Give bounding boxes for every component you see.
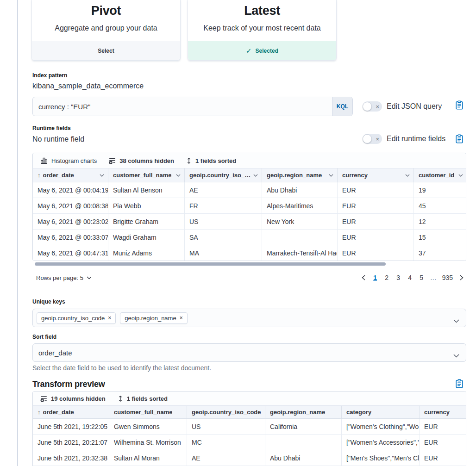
- column-header[interactable]: ↑order_date: [33, 168, 108, 182]
- table-cell[interactable]: 45: [414, 198, 466, 213]
- table-cell[interactable]: 15: [414, 230, 466, 245]
- transform-preview-title: Transform preview: [32, 379, 105, 389]
- table-cell[interactable]: US: [185, 214, 262, 229]
- column-header[interactable]: geoip.region_name: [265, 406, 342, 418]
- table-cell[interactable]: EUR: [338, 198, 414, 213]
- columns-hidden-button[interactable]: 19 columns hidden: [40, 395, 106, 402]
- unique-keys-combobox[interactable]: geoip.country_iso_code×geoip.region_name…: [32, 309, 466, 327]
- table-cell[interactable]: EUR: [420, 435, 466, 450]
- page-button-935[interactable]: 935: [441, 273, 454, 282]
- table-cell[interactable]: AE: [185, 182, 262, 198]
- sort-field-value: order_date: [37, 349, 72, 357]
- table-cell[interactable]: Alpes-Maritimes: [262, 198, 338, 213]
- table-cell[interactable]: US: [187, 419, 265, 434]
- previous-page-icon[interactable]: [359, 274, 368, 281]
- table-cell[interactable]: EUR: [338, 214, 414, 229]
- table-cell[interactable]: EUR: [420, 450, 466, 466]
- pivot-select-button[interactable]: Select: [32, 41, 180, 60]
- table-cell[interactable]: 19: [414, 182, 466, 198]
- remove-chip-icon[interactable]: ×: [180, 315, 183, 321]
- column-menu-icon: [458, 174, 463, 177]
- columns-hidden-button[interactable]: 38 columns hidden: [109, 157, 174, 164]
- table-cell[interactable]: June 5th 2021, 20:21:07: [33, 435, 109, 450]
- table-cell[interactable]: June 5th 2021, 19:22:05: [33, 419, 109, 434]
- table-cell[interactable]: [262, 230, 338, 245]
- table-cell[interactable]: MC: [187, 435, 265, 450]
- table-cell[interactable]: May 6, 2021 @ 00:23:02...: [33, 214, 108, 229]
- copy-icon[interactable]: [455, 134, 464, 143]
- next-page-icon[interactable]: [457, 274, 466, 281]
- table-cell[interactable]: 37: [414, 245, 466, 261]
- histogram-charts-button[interactable]: Histogram charts: [40, 157, 97, 164]
- unique-key-chip[interactable]: geoip.region_name×: [120, 312, 187, 324]
- table-cell[interactable]: ["Men's Shoes","Men's Cl...: [342, 450, 420, 466]
- table-cell[interactable]: New York: [262, 214, 338, 229]
- column-header[interactable]: customer_full_name: [109, 406, 187, 418]
- column-header[interactable]: geoip.region_name: [262, 168, 338, 182]
- table-cell[interactable]: Gwen Simmons: [109, 419, 187, 434]
- column-header[interactable]: category: [342, 406, 420, 418]
- query-input[interactable]: currency : "EUR" KQL: [32, 97, 353, 116]
- table-cell[interactable]: ["Women's Accessories","...: [342, 435, 420, 450]
- fields-sorted-button[interactable]: 1 fields sorted: [186, 157, 236, 164]
- table-cell[interactable]: [265, 435, 342, 450]
- table-cell[interactable]: SA: [185, 230, 262, 245]
- horizontal-scrollbar[interactable]: [35, 262, 386, 266]
- page-button-4[interactable]: 4: [406, 273, 414, 282]
- grid-header-row: ↑order_datecustomer_full_namegeoip.count…: [33, 406, 466, 419]
- table-cell[interactable]: Marrakech-Tensift-Al Hao...: [262, 245, 338, 261]
- page-button-2[interactable]: 2: [382, 273, 391, 282]
- column-header[interactable]: geoip.country_iso_code: [187, 406, 265, 418]
- table-cell[interactable]: Wilhemina St. Morrison: [109, 435, 187, 450]
- table-cell[interactable]: MA: [185, 245, 262, 261]
- table-cell[interactable]: AE: [187, 450, 265, 466]
- table-cell[interactable]: May 6, 2021 @ 00:08:38...: [33, 198, 108, 213]
- sort-field-combobox[interactable]: order_date: [32, 343, 466, 362]
- grid-toolbar: Histogram charts 38 columns hidden 1 fie…: [33, 153, 466, 168]
- column-header[interactable]: currency: [420, 406, 466, 418]
- table-cell[interactable]: May 6, 2021 @ 00:04:19...: [33, 182, 108, 198]
- grid-body: June 5th 2021, 19:22:05Gwen SimmonsUSCal…: [33, 419, 466, 466]
- table-cell[interactable]: California: [265, 419, 342, 434]
- column-header[interactable]: customer_id: [414, 168, 466, 182]
- grid-toolbar: 19 columns hidden 1 fields sorted: [33, 391, 466, 406]
- table-cell[interactable]: EUR: [420, 419, 466, 434]
- chevron-down-icon[interactable]: [453, 351, 459, 360]
- table-cell[interactable]: Sultan Al Benson: [108, 182, 185, 198]
- table-cell[interactable]: EUR: [338, 182, 414, 198]
- unique-key-chip[interactable]: geoip.country_iso_code×: [37, 312, 116, 324]
- kql-language-button[interactable]: KQL: [332, 97, 352, 116]
- table-cell[interactable]: Sultan Al Moran: [109, 450, 187, 466]
- table-cell[interactable]: EUR: [338, 245, 414, 261]
- latest-selected-button[interactable]: ✓ Selected: [188, 41, 336, 60]
- column-header[interactable]: customer_full_name: [108, 168, 185, 182]
- rows-per-page-button[interactable]: Rows per page: 5: [32, 274, 92, 281]
- table-row: May 6, 2021 @ 00:23:02...Brigitte Graham…: [33, 214, 466, 230]
- table-cell[interactable]: May 6, 2021 @ 00:33:07...: [33, 230, 108, 245]
- table-cell[interactable]: Wagdi Graham: [108, 230, 185, 245]
- table-cell[interactable]: EUR: [338, 230, 414, 245]
- copy-icon[interactable]: [455, 100, 464, 110]
- table-cell[interactable]: Abu Dhabi: [262, 182, 338, 198]
- table-cell[interactable]: Pia Webb: [108, 198, 185, 213]
- table-cell[interactable]: May 6, 2021 @ 00:47:31...: [33, 245, 108, 261]
- page-button-5[interactable]: 5: [417, 273, 426, 282]
- page-button-3[interactable]: 3: [394, 273, 403, 282]
- edit-json-query-toggle[interactable]: ×: [363, 101, 382, 112]
- table-cell[interactable]: Muniz Adams: [108, 245, 185, 261]
- chevron-down-icon[interactable]: [453, 317, 459, 325]
- column-header[interactable]: currency: [338, 168, 414, 182]
- table-cell[interactable]: Brigitte Graham: [108, 214, 185, 229]
- remove-chip-icon[interactable]: ×: [108, 315, 111, 321]
- copy-icon[interactable]: [455, 379, 464, 388]
- page-button-1[interactable]: 1: [371, 273, 380, 282]
- table-cell[interactable]: 12: [414, 214, 466, 229]
- fields-sorted-button[interactable]: 1 fields sorted: [118, 395, 168, 402]
- column-header[interactable]: ↑order_date: [33, 406, 109, 418]
- column-header[interactable]: geoip.country_iso_co...: [185, 168, 262, 182]
- edit-runtime-fields-toggle[interactable]: ×: [363, 134, 382, 144]
- table-cell[interactable]: Abu Dhabi: [265, 450, 342, 466]
- table-cell[interactable]: June 5th 2021, 20:32:38: [33, 450, 109, 466]
- table-cell[interactable]: ["Women's Clothing","Wo...: [342, 419, 420, 434]
- table-cell[interactable]: FR: [185, 198, 262, 213]
